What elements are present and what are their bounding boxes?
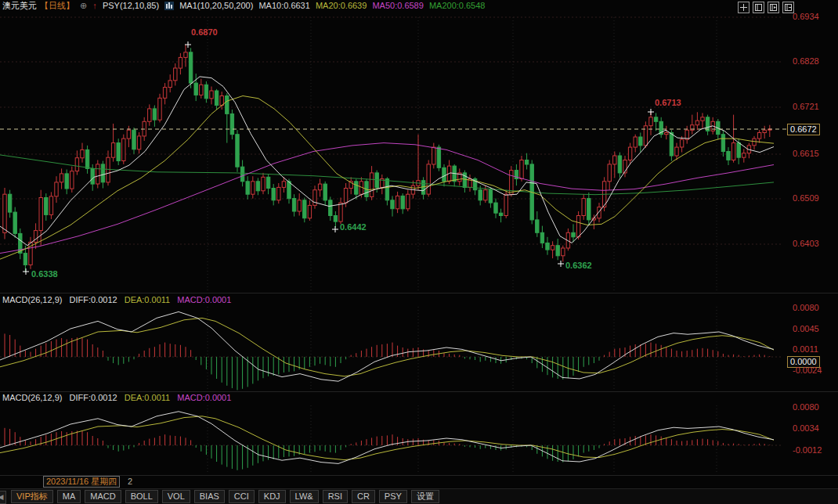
add-indicator-icon[interactable]: ⊕ <box>80 1 87 10</box>
ma-params-label[interactable]: MA1(10,20,50,200) <box>179 1 253 10</box>
chart-header: 澳元美元【日线】 ⊕ ↑ PSY(12,10,85) MA1(10,20,50,… <box>0 0 488 13</box>
pane-right-icon[interactable] <box>768 2 779 13</box>
period-label[interactable]: 【日线】 <box>40 1 74 10</box>
pane-expand-icon[interactable] <box>782 2 794 13</box>
ma20-value: MA20:0.6639 <box>316 1 367 10</box>
symbol-title: 澳元美元 <box>2 1 37 10</box>
trading-app: { "header": { "title": "澳元美元", "period":… <box>0 0 838 504</box>
pane-left-icon[interactable] <box>753 2 764 13</box>
ma10-value: MA10:0.6631 <box>258 1 309 10</box>
candle-chart-icon[interactable] <box>164 2 174 13</box>
ma200-value: MA200:0.6548 <box>429 1 486 10</box>
toolbar-scroll-left-button[interactable]: ◀ <box>0 491 6 504</box>
chart-tool-icons <box>738 2 794 13</box>
crosshair-icon[interactable] <box>738 2 750 13</box>
up-arrow-icon: ↑ <box>92 1 97 10</box>
ma50-value: MA50:0.6589 <box>372 1 423 10</box>
chart-canvas[interactable] <box>0 0 838 504</box>
psy-params-label[interactable]: PSY(12,10,85) <box>103 1 159 10</box>
